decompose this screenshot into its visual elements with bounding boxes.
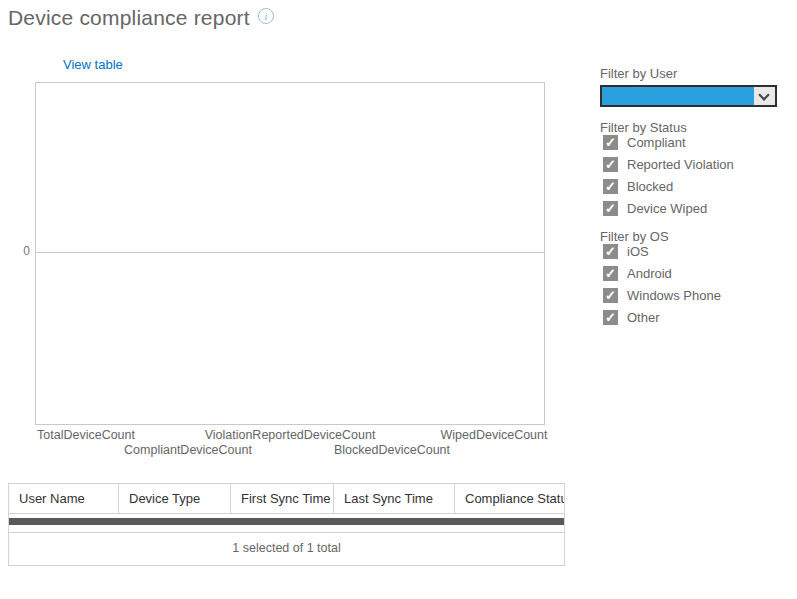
filter-by-status-label: Filter by Status (600, 120, 687, 135)
checkbox-checked-icon[interactable]: ✓ (603, 244, 618, 259)
col-header-device-type[interactable]: Device Type (119, 484, 231, 513)
checkbox-android[interactable]: ✓ Android (603, 266, 672, 281)
col-header-user-name[interactable]: User Name (9, 484, 119, 513)
chevron-down-icon (758, 89, 769, 100)
view-table-link[interactable]: View table (63, 57, 123, 72)
selection-summary: 1 selected of 1 total (9, 532, 564, 564)
col-header-compliance-status[interactable]: Compliance Status (455, 484, 564, 513)
compliance-bar-chart (35, 82, 545, 425)
checkbox-label: Other (627, 310, 660, 325)
x-label-wiped-device-count: WipedDeviceCount (441, 428, 548, 442)
y-axis-tick-zero: 0 (12, 244, 30, 258)
filter-by-user-dropdown[interactable] (600, 85, 777, 107)
filter-by-user-label: Filter by User (600, 66, 677, 81)
dropdown-open-button[interactable] (754, 87, 775, 105)
checkbox-label: Windows Phone (627, 288, 721, 303)
checkbox-blocked[interactable]: ✓ Blocked (603, 179, 673, 194)
checkbox-checked-icon[interactable]: ✓ (603, 266, 618, 281)
x-label-total-device-count: TotalDeviceCount (37, 428, 135, 442)
selected-table-row[interactable] (9, 518, 564, 525)
checkbox-label: Android (627, 266, 672, 281)
filter-by-os-label: Filter by OS (600, 229, 669, 244)
checkbox-checked-icon[interactable]: ✓ (603, 157, 618, 172)
device-table: User Name Device Type First Sync Time La… (8, 483, 565, 566)
checkbox-compliant[interactable]: ✓ Compliant (603, 135, 686, 150)
checkbox-windows-phone[interactable]: ✓ Windows Phone (603, 288, 721, 303)
zero-gridline (36, 252, 544, 253)
checkbox-checked-icon[interactable]: ✓ (603, 135, 618, 150)
checkbox-checked-icon[interactable]: ✓ (603, 288, 618, 303)
table-header-row: User Name Device Type First Sync Time La… (9, 484, 564, 514)
checkbox-checked-icon[interactable]: ✓ (603, 179, 618, 194)
checkbox-label: Blocked (627, 179, 673, 194)
checkbox-other[interactable]: ✓ Other (603, 310, 660, 325)
checkbox-label: Device Wiped (627, 201, 707, 216)
col-header-last-sync-time[interactable]: Last Sync Time (334, 484, 455, 513)
checkbox-ios[interactable]: ✓ iOS (603, 244, 649, 259)
checkbox-label: Compliant (627, 135, 686, 150)
x-label-compliant-device-count: CompliantDeviceCount (124, 443, 252, 457)
checkbox-reported-violation[interactable]: ✓ Reported Violation (603, 157, 734, 172)
filter-by-user-selected-value (602, 87, 754, 105)
checkbox-checked-icon[interactable]: ✓ (603, 201, 618, 216)
checkbox-label: iOS (627, 244, 649, 259)
checkbox-label: Reported Violation (627, 157, 734, 172)
checkbox-checked-icon[interactable]: ✓ (603, 310, 618, 325)
checkbox-device-wiped[interactable]: ✓ Device Wiped (603, 201, 707, 216)
device-compliance-report-page: Device compliance report i View table 0 … (0, 0, 797, 599)
info-icon[interactable]: i (258, 8, 274, 24)
col-header-first-sync-time[interactable]: First Sync Time (231, 484, 334, 513)
x-label-blocked-device-count: BlockedDeviceCount (334, 443, 450, 457)
page-title: Device compliance report (8, 6, 250, 30)
x-label-violation-reported-device-count: ViolationReportedDeviceCount (205, 428, 376, 442)
